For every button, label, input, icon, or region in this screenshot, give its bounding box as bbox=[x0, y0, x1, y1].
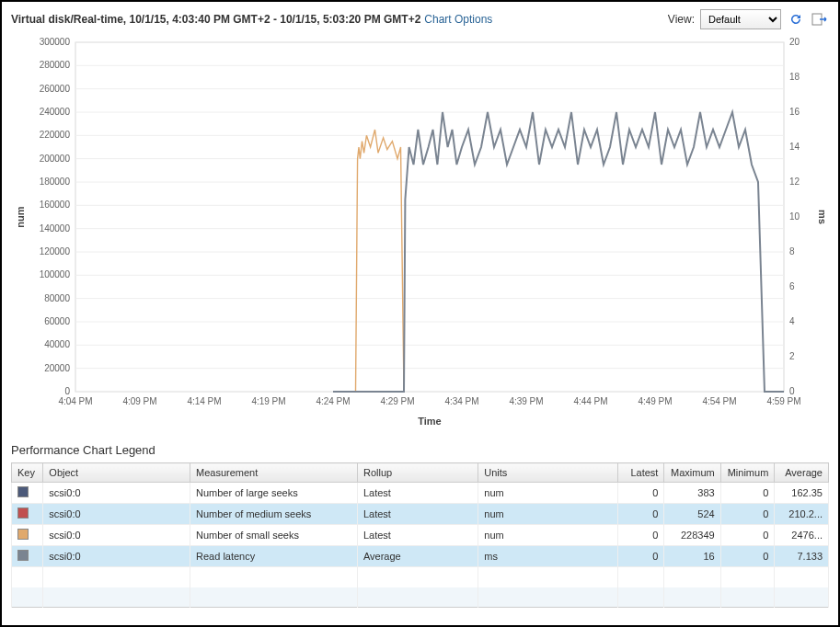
header-bar: Virtual disk/Real-time, 10/1/15, 4:03:40… bbox=[11, 9, 829, 29]
col-minimum[interactable]: Minimum bbox=[720, 463, 775, 483]
svg-text:4:54 PM: 4:54 PM bbox=[702, 396, 736, 406]
svg-text:4:34 PM: 4:34 PM bbox=[444, 396, 478, 406]
svg-text:4:59 PM: 4:59 PM bbox=[766, 396, 800, 406]
cell-minimum: 0 bbox=[720, 546, 775, 567]
cell-maximum: 228349 bbox=[664, 525, 720, 546]
cell-measurement: Number of medium seeks bbox=[190, 504, 358, 525]
svg-text:4:29 PM: 4:29 PM bbox=[380, 396, 414, 406]
legend-table: Key Object Measurement Rollup Units Late… bbox=[11, 462, 829, 608]
table-row[interactable]: scsi0:0 Number of small seeks Latest num… bbox=[12, 525, 829, 546]
table-row bbox=[12, 587, 829, 608]
svg-text:4: 4 bbox=[789, 316, 795, 326]
view-select[interactable]: Default bbox=[700, 9, 781, 29]
cell-object: scsi0:0 bbox=[43, 525, 190, 546]
cell-units: num bbox=[478, 483, 618, 504]
svg-text:4:39 PM: 4:39 PM bbox=[509, 396, 543, 406]
col-average[interactable]: Average bbox=[775, 463, 829, 483]
svg-text:60000: 60000 bbox=[44, 316, 70, 326]
svg-rect-1 bbox=[75, 42, 784, 392]
svg-text:4:49 PM: 4:49 PM bbox=[638, 396, 672, 406]
svg-text:4:24 PM: 4:24 PM bbox=[316, 396, 350, 406]
svg-text:260000: 260000 bbox=[40, 84, 71, 94]
cell-rollup: Latest bbox=[357, 504, 478, 525]
svg-text:280000: 280000 bbox=[40, 60, 71, 70]
svg-text:12: 12 bbox=[789, 177, 800, 187]
svg-text:20: 20 bbox=[789, 37, 800, 47]
svg-text:300000: 300000 bbox=[40, 37, 71, 47]
svg-text:num: num bbox=[15, 206, 26, 227]
svg-text:40000: 40000 bbox=[44, 339, 70, 349]
svg-text:8: 8 bbox=[789, 246, 795, 256]
svg-text:220000: 220000 bbox=[40, 130, 71, 140]
table-row[interactable]: scsi0:0 Number of medium seeks Latest nu… bbox=[12, 504, 829, 525]
cell-latest: 0 bbox=[617, 546, 664, 567]
col-maximum[interactable]: Maximum bbox=[664, 463, 720, 483]
cell-latest: 0 bbox=[617, 525, 664, 546]
cell-average: 210.2... bbox=[775, 504, 829, 525]
table-row[interactable]: scsi0:0 Read latency Average ms 0 16 0 7… bbox=[12, 546, 829, 567]
svg-text:Time: Time bbox=[418, 416, 441, 427]
svg-text:0: 0 bbox=[64, 386, 70, 396]
chart-options-link[interactable]: Chart Options bbox=[424, 13, 492, 26]
cell-maximum: 16 bbox=[664, 546, 720, 567]
cell-latest: 0 bbox=[617, 504, 664, 525]
svg-text:180000: 180000 bbox=[40, 177, 71, 187]
svg-text:240000: 240000 bbox=[40, 107, 71, 117]
svg-text:10: 10 bbox=[789, 211, 800, 222]
svg-text:16: 16 bbox=[789, 107, 800, 117]
svg-text:2: 2 bbox=[789, 351, 795, 361]
cell-rollup: Latest bbox=[357, 483, 478, 504]
cell-measurement: Number of small seeks bbox=[190, 525, 358, 546]
cell-measurement: Number of large seeks bbox=[190, 483, 358, 504]
svg-text:0: 0 bbox=[789, 386, 795, 396]
legend-title: Performance Chart Legend bbox=[11, 443, 829, 457]
cell-average: 7.133 bbox=[775, 546, 829, 567]
cell-average: 2476... bbox=[775, 525, 829, 546]
cell-rollup: Average bbox=[357, 546, 478, 567]
table-row bbox=[12, 567, 829, 587]
performance-chart: 0200004000060000800001000001200001400001… bbox=[11, 33, 830, 428]
cell-object: scsi0:0 bbox=[43, 546, 190, 567]
key-swatch bbox=[17, 550, 29, 561]
svg-text:4:09 PM: 4:09 PM bbox=[122, 396, 156, 406]
cell-minimum: 0 bbox=[720, 504, 775, 525]
col-units[interactable]: Units bbox=[478, 463, 618, 483]
key-swatch bbox=[17, 507, 29, 519]
svg-text:4:44 PM: 4:44 PM bbox=[573, 396, 607, 406]
cell-average: 162.35 bbox=[775, 483, 829, 504]
col-object[interactable]: Object bbox=[43, 463, 190, 483]
cell-object: scsi0:0 bbox=[43, 504, 190, 525]
view-label: View: bbox=[668, 13, 695, 26]
cell-rollup: Latest bbox=[357, 525, 478, 546]
svg-text:4:14 PM: 4:14 PM bbox=[187, 396, 221, 406]
table-row[interactable]: scsi0:0 Number of large seeks Latest num… bbox=[12, 483, 829, 504]
svg-text:140000: 140000 bbox=[40, 223, 71, 234]
svg-text:14: 14 bbox=[789, 142, 800, 152]
svg-text:18: 18 bbox=[789, 72, 800, 82]
cell-units: num bbox=[478, 525, 618, 546]
svg-text:200000: 200000 bbox=[40, 154, 71, 164]
col-key[interactable]: Key bbox=[12, 463, 43, 483]
col-measurement[interactable]: Measurement bbox=[190, 463, 358, 483]
export-icon[interactable] bbox=[811, 10, 829, 28]
cell-minimum: 0 bbox=[720, 525, 775, 546]
cell-maximum: 383 bbox=[664, 483, 720, 504]
key-swatch bbox=[17, 529, 29, 540]
cell-maximum: 524 bbox=[664, 504, 720, 525]
svg-text:100000: 100000 bbox=[40, 269, 71, 279]
svg-text:120000: 120000 bbox=[40, 246, 71, 256]
key-swatch bbox=[17, 486, 29, 497]
svg-text:ms: ms bbox=[817, 210, 828, 224]
cell-units: ms bbox=[478, 546, 618, 567]
refresh-icon[interactable] bbox=[787, 10, 805, 28]
cell-measurement: Read latency bbox=[190, 546, 358, 567]
col-rollup[interactable]: Rollup bbox=[357, 463, 478, 483]
cell-minimum: 0 bbox=[720, 483, 775, 504]
col-latest[interactable]: Latest bbox=[617, 463, 664, 483]
svg-text:20000: 20000 bbox=[44, 363, 70, 373]
svg-text:6: 6 bbox=[789, 281, 795, 291]
svg-text:4:19 PM: 4:19 PM bbox=[251, 396, 285, 406]
cell-units: num bbox=[478, 504, 618, 525]
svg-text:80000: 80000 bbox=[44, 293, 70, 303]
svg-text:160000: 160000 bbox=[40, 200, 71, 210]
